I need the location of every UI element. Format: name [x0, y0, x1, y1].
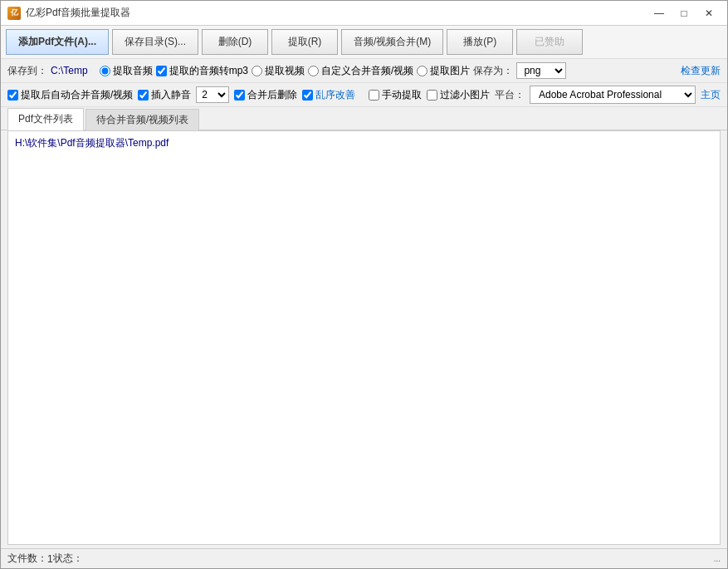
check-mp3-group: 提取的音频转mp3: [156, 64, 248, 78]
minimize-button[interactable]: —: [647, 4, 671, 22]
save-path-value: C:\Temp: [51, 65, 88, 76]
help-button[interactable]: 已赞助: [516, 29, 583, 55]
check-random[interactable]: [302, 90, 313, 101]
list-item[interactable]: H:\软件集\Pdf音频提取器\Temp.pdf: [12, 135, 716, 152]
check-filter-label[interactable]: 过滤小图片: [440, 88, 490, 102]
platform-label: 平台：: [495, 88, 525, 102]
save-dir-button[interactable]: 保存目录(S)...: [112, 29, 198, 55]
silence-number-select[interactable]: 1 2 3 4 5: [196, 86, 229, 103]
radio-extract-audio-label[interactable]: 提取音频: [113, 64, 153, 78]
extract-button[interactable]: 提取(R): [271, 29, 338, 55]
add-pdf-button[interactable]: 添加Pdf文件(A)...: [6, 29, 109, 55]
check-convert-mp3[interactable]: [156, 66, 167, 76]
manual-extract-section: 手动提取 过滤小图片: [369, 88, 490, 102]
check-auto-merge[interactable]: [7, 90, 18, 101]
options-row1: 保存到： C:\Temp 提取音频 提取的音频转mp3 提取视频 自定义合并音频…: [1, 59, 727, 83]
file-list-area[interactable]: H:\软件集\Pdf音频提取器\Temp.pdf: [7, 130, 721, 545]
check-manual-label[interactable]: 手动提取: [382, 88, 422, 102]
radio-extract-image[interactable]: [417, 66, 428, 76]
check-filter-group: 过滤小图片: [427, 88, 490, 102]
radio-extract-video-group: 提取视频: [252, 64, 305, 78]
radio-custom-merge-label[interactable]: 自定义合并音频/视频: [321, 64, 413, 78]
file-path: H:\软件集\Pdf音频提取器\Temp.pdf: [15, 137, 169, 149]
window-controls: — □ ✕: [647, 4, 721, 22]
check-random-group: 乱序改善: [302, 88, 355, 102]
home-link[interactable]: 主页: [701, 88, 721, 102]
tab-pdf-list[interactable]: Pdf文件列表: [7, 108, 84, 130]
options-row2: 提取后自动合并音频/视频 插入静音 1 2 3 4 5 合并后删除 乱序改善 手…: [1, 83, 727, 107]
radio-custom-merge-group: 自定义合并音频/视频: [308, 64, 413, 78]
tab-merge-list[interactable]: 待合并音频/视频列表: [86, 109, 199, 130]
platform-select[interactable]: Adobe Acrobat Professional Foxit Reader …: [530, 86, 696, 104]
delete-button[interactable]: 删除(D): [202, 29, 268, 55]
window-title: 亿彩Pdf音频批量提取器: [26, 6, 647, 20]
check-manual-group: 手动提取: [369, 88, 422, 102]
file-count-label: 文件数：: [7, 552, 47, 566]
radio-extract-image-group: 提取图片: [417, 64, 470, 78]
check-auto-merge-group: 提取后自动合并音频/视频: [7, 88, 133, 102]
check-random-label[interactable]: 乱序改善: [315, 88, 355, 102]
status-label: 状态：: [53, 552, 83, 566]
radio-extract-audio-group: 提取音频: [100, 64, 153, 78]
check-mp3-label[interactable]: 提取的音频转mp3: [169, 64, 248, 78]
status-dots: ...: [714, 554, 721, 563]
radio-extract-image-label[interactable]: 提取图片: [430, 64, 470, 78]
check-update-link[interactable]: 检查更新: [681, 64, 721, 78]
check-insert-silence-label[interactable]: 插入静音: [151, 88, 191, 102]
format-select[interactable]: png jpg bmp: [516, 62, 566, 79]
check-insert-silence-group: 插入静音: [138, 88, 191, 102]
toolbar: 添加Pdf文件(A)... 保存目录(S)... 删除(D) 提取(R) 音频/…: [1, 26, 727, 59]
file-count-value: 1: [47, 553, 53, 565]
save-as-label: 保存为：: [473, 64, 513, 78]
check-merge-delete-label[interactable]: 合并后删除: [247, 88, 297, 102]
tabs-row: Pdf文件列表 待合并音频/视频列表: [1, 107, 727, 130]
maximize-button[interactable]: □: [672, 4, 696, 22]
main-window: 亿 亿彩Pdf音频批量提取器 — □ ✕ 添加Pdf文件(A)... 保存目录(…: [0, 0, 728, 569]
title-bar: 亿 亿彩Pdf音频批量提取器 — □ ✕: [1, 1, 727, 26]
save-to-label: 保存到：: [7, 64, 47, 78]
check-merge-delete-group: 合并后删除: [234, 88, 297, 102]
check-auto-merge-label[interactable]: 提取后自动合并音频/视频: [21, 88, 133, 102]
check-manual[interactable]: [369, 90, 379, 101]
close-button[interactable]: ✕: [697, 4, 721, 22]
radio-extract-video[interactable]: [252, 66, 262, 76]
app-icon: 亿: [7, 7, 21, 20]
check-merge-delete[interactable]: [234, 90, 245, 101]
check-insert-silence[interactable]: [138, 90, 149, 101]
status-bar: 文件数： 1 状态： ...: [1, 548, 727, 568]
merge-button[interactable]: 音频/视频合并(M): [341, 29, 443, 55]
radio-custom-merge[interactable]: [308, 66, 319, 76]
radio-extract-video-label[interactable]: 提取视频: [265, 64, 305, 78]
check-filter[interactable]: [427, 90, 437, 101]
play-button[interactable]: 播放(P): [447, 29, 513, 55]
radio-extract-audio[interactable]: [100, 66, 110, 76]
